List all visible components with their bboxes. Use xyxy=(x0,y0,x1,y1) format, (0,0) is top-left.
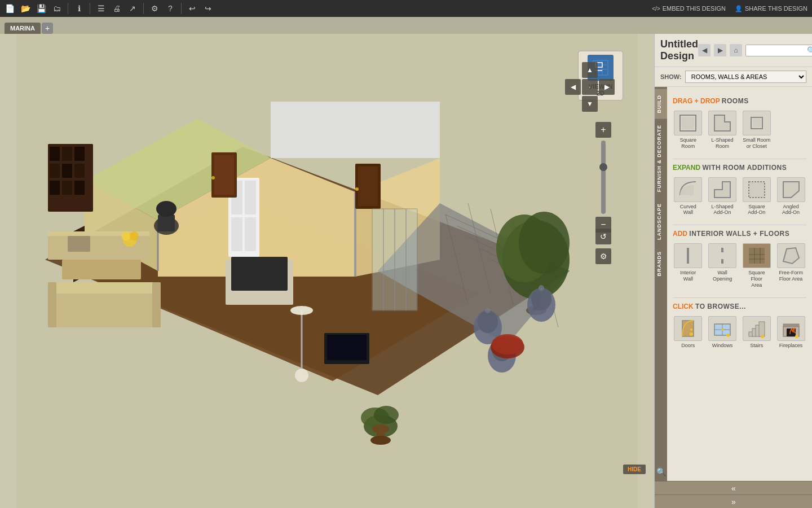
item-stairs[interactable]: Stairs xyxy=(742,314,773,351)
export-icon[interactable]: ↗ xyxy=(127,3,138,14)
item-square-floor[interactable]: Square FloorArea xyxy=(742,241,773,290)
item-wall-opening[interactable]: WallOpening xyxy=(707,241,738,290)
panel-search[interactable]: 🔍 xyxy=(745,45,812,56)
panel-forward-btn[interactable]: ▶ xyxy=(714,44,726,56)
tab-build[interactable]: BUILD xyxy=(655,89,667,119)
stairs-icon xyxy=(743,316,771,341)
svg-rect-90 xyxy=(327,335,367,360)
help-icon[interactable]: ? xyxy=(165,3,175,14)
settings-icon[interactable]: ⚙ xyxy=(149,3,160,14)
search-icon[interactable]: 🔍 xyxy=(807,46,812,55)
item-freeform-floor[interactable]: Free-FormFloor Area xyxy=(775,241,806,290)
new-icon[interactable]: 📄 xyxy=(5,3,15,14)
svg-rect-53 xyxy=(245,217,256,251)
redo-icon[interactable]: ↪ xyxy=(203,3,213,14)
sep2 xyxy=(90,3,90,14)
show-dropdown[interactable]: ROOMS, WALLS & AREAS xyxy=(685,71,806,83)
item-doors[interactable]: Doors xyxy=(673,314,704,351)
lshaped-addon-icon xyxy=(708,177,736,202)
freeform-floor-label: Free-FormFloor Area xyxy=(779,270,803,282)
zoom-slider-thumb[interactable] xyxy=(599,163,607,171)
nav-center-btn[interactable]: · xyxy=(582,79,598,95)
svg-rect-27 xyxy=(50,164,60,178)
sec4-highlight: CLICK xyxy=(673,303,694,310)
saveas-icon[interactable]: 🗂 xyxy=(52,3,62,14)
tab-add-btn[interactable]: + xyxy=(42,23,53,34)
zoom-slider[interactable] xyxy=(601,141,606,214)
svg-point-117 xyxy=(690,329,692,331)
nav-up-btn[interactable]: ▲ xyxy=(582,62,598,78)
lshaped-room-icon xyxy=(708,111,736,135)
curved-wall-icon xyxy=(674,177,702,202)
svg-point-74 xyxy=(374,406,399,424)
svg-rect-31 xyxy=(62,181,72,195)
item-interior-wall[interactable]: InteriorWall xyxy=(673,241,704,290)
svg-rect-103 xyxy=(753,119,761,127)
info-icon[interactable]: ℹ xyxy=(74,3,84,14)
tab-brands[interactable]: BRANDS xyxy=(655,246,667,282)
item-lshaped-room[interactable]: L-ShapedRoom xyxy=(707,108,738,152)
nav-down-btn[interactable]: ▼ xyxy=(582,96,598,112)
section-interior-header: ADD INTERIOR WALLS + FLOORS xyxy=(673,230,806,238)
svg-marker-101 xyxy=(714,115,730,131)
panel-home-btn[interactable]: ⌂ xyxy=(730,44,742,56)
svg-rect-29 xyxy=(74,164,85,178)
open-icon[interactable]: 📂 xyxy=(20,3,30,14)
share-btn[interactable]: 👤 SHARE THIS DESIGN xyxy=(735,5,807,12)
svg-rect-105 xyxy=(749,182,765,198)
panel-bottom-controls: « » xyxy=(655,481,812,508)
svg-marker-8 xyxy=(271,102,440,158)
svg-rect-100 xyxy=(682,117,694,129)
svg-rect-110 xyxy=(749,248,765,264)
list-icon[interactable]: ☰ xyxy=(96,3,106,14)
item-square-room[interactable]: SquareRoom xyxy=(673,108,704,152)
nav-right-btn[interactable]: ▶ xyxy=(599,79,615,95)
svg-point-41 xyxy=(121,231,130,240)
item-small-room[interactable]: Small Roomor Closet xyxy=(742,108,773,152)
svg-rect-51 xyxy=(245,181,256,214)
zoom-in-btn[interactable]: + xyxy=(595,122,611,138)
sep1 xyxy=(68,3,68,14)
svg-point-35 xyxy=(156,201,176,217)
item-angled-addon[interactable]: AngledAdd-On xyxy=(775,175,806,218)
panel-back-btn[interactable]: ◀ xyxy=(698,44,710,56)
embed-btn[interactable]: </> EMBED THIS DESIGN xyxy=(652,5,726,12)
square-floor-icon xyxy=(743,243,771,268)
item-windows[interactable]: Windows xyxy=(707,314,738,351)
reset-view-btn[interactable]: ↺ xyxy=(595,229,611,244)
undo-icon[interactable]: ↩ xyxy=(187,3,197,14)
svg-rect-46 xyxy=(62,260,141,279)
item-fireplaces[interactable]: Fireplaces xyxy=(775,314,806,351)
show-label: SHOW: xyxy=(660,73,682,80)
svg-point-65 xyxy=(290,306,313,315)
divider-2 xyxy=(673,225,806,225)
print-icon[interactable]: 🖨 xyxy=(112,3,122,14)
hide-btn[interactable]: HIDE xyxy=(623,465,646,474)
svg-rect-30 xyxy=(50,181,60,195)
view-settings-btn[interactable]: ⚙ xyxy=(595,248,611,264)
angled-addon-icon xyxy=(777,177,805,202)
square-addon-icon xyxy=(743,177,771,202)
sec1-rest: ROOMS xyxy=(722,97,749,105)
right-panel: Untitled Design ◀ ▶ ⌂ 🔍 SHOW: ROOMS, WAL… xyxy=(654,34,812,508)
collapse-down-btn[interactable]: » xyxy=(655,494,812,508)
collapse-up-btn[interactable]: « xyxy=(655,481,812,494)
panel-search-input[interactable] xyxy=(748,47,805,54)
side-tab-search-icon[interactable]: 🔍 xyxy=(655,463,668,481)
svg-point-118 xyxy=(690,332,693,336)
svg-rect-26 xyxy=(74,147,85,161)
nav-left-btn[interactable]: ◀ xyxy=(565,79,581,95)
tab-furnish-decorate[interactable]: FURNISH & DECORATE xyxy=(655,119,667,198)
item-lshaped-addon[interactable]: L-ShapedAdd-On xyxy=(707,175,738,218)
svg-rect-32 xyxy=(74,181,85,195)
section-browse-header: CLICK TO BROWSE... xyxy=(673,303,806,310)
interior-grid: InteriorWall WallOpening Square FloorAre… xyxy=(673,241,806,290)
tab-marina[interactable]: MARINA xyxy=(5,23,41,34)
item-curved-wall[interactable]: CurvedWall xyxy=(673,175,704,218)
item-square-addon[interactable]: SquareAdd-On xyxy=(742,175,773,218)
svg-rect-25 xyxy=(62,147,72,161)
save-icon[interactable]: 💾 xyxy=(36,3,46,14)
divider-3 xyxy=(673,297,806,298)
tab-landscape[interactable]: LANDSCAPE xyxy=(655,198,667,246)
canvas-area[interactable]: VIEW IN 2D ▲ ◀ · ▶ ▼ + − ↺ xyxy=(0,34,654,508)
